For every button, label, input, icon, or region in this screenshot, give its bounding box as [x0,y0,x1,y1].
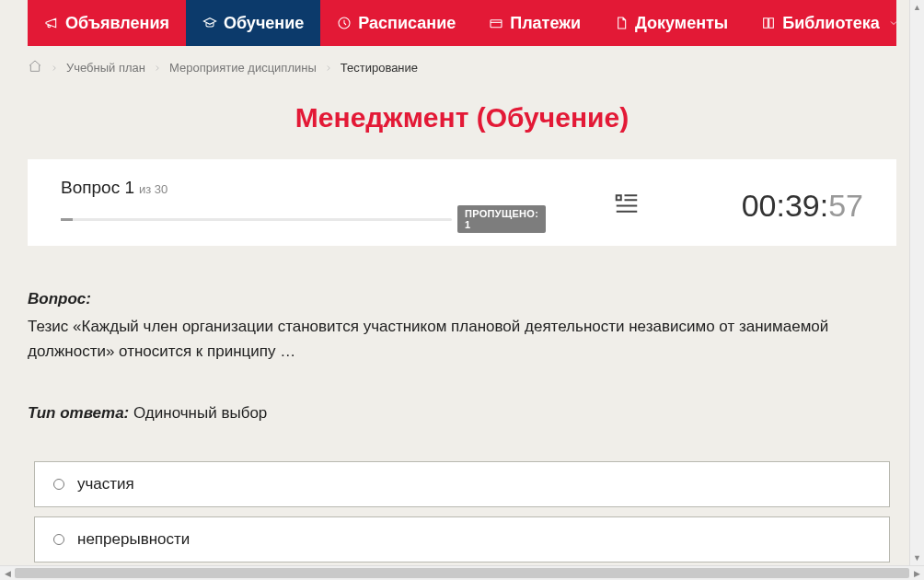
home-icon[interactable] [28,59,42,76]
question-label: Вопрос: [28,290,896,308]
answer-text: непрерывности [77,530,190,549]
nav-library[interactable]: Библиотека [745,0,916,46]
timer-seconds: 57 [828,188,863,224]
page-title: Менеджмент (Обучение) [28,102,896,133]
progress-bar [61,218,452,221]
nav-label: Библиотека [782,14,880,33]
answer-option[interactable]: непрерывности [34,516,890,563]
svg-rect-2 [617,195,621,200]
graduation-icon [202,16,217,30]
chevron-right-icon [50,64,59,73]
scroll-down-button[interactable]: ▼ [910,551,924,565]
nav-schedule[interactable]: Расписание [320,0,472,46]
scroll-left-button[interactable]: ◀ [0,566,15,581]
clock-icon [337,16,352,30]
answer-radio[interactable] [53,479,64,490]
answer-option[interactable]: участия [34,461,890,507]
nav-learning[interactable]: Обучение [186,0,320,46]
status-panel: Вопрос 1 из 30 ПРОПУЩЕНО: 1 00:39:57 [28,159,896,246]
question-text: Тезис «Каждый член организации становитс… [28,314,896,364]
nav-documents[interactable]: Документы [597,0,745,46]
question-list-button[interactable] [613,190,641,221]
timer-main: 00:39: [742,188,829,224]
chevron-right-icon [324,64,333,73]
megaphone-icon [44,16,59,30]
breadcrumb-testing: Тестирование [341,61,418,75]
book-icon [761,16,776,30]
progress-fill [61,218,73,221]
skipped-badge: ПРОПУЩЕНО: 1 [457,205,546,233]
horizontal-scrollbar[interactable]: ◀ ▶ [0,565,924,580]
answer-radio[interactable] [53,534,64,545]
answer-text: участия [77,475,134,493]
scroll-right-button[interactable]: ▶ [909,566,924,581]
chevron-right-icon [153,64,162,73]
chevron-down-icon [888,17,899,29]
nav-label: Документы [635,14,728,33]
nav-label: Обучение [224,14,304,33]
breadcrumb: Учебный план Мероприятие дисциплины Тест… [28,59,896,76]
payment-icon [489,16,503,30]
nav-announcements[interactable]: Объявления [28,0,186,46]
nav-label: Платежи [510,14,581,33]
answers-list: участия непрерывности [34,461,890,565]
svg-rect-1 [491,20,502,28]
nav-payments[interactable]: Платежи [472,0,597,46]
nav-label: Расписание [358,14,456,33]
breadcrumb-curriculum[interactable]: Учебный план [66,61,145,75]
document-icon [614,16,629,30]
scrollbar-thumb[interactable] [15,568,909,578]
answer-type-label: Тип ответа: [28,404,129,422]
main-nav: Объявления Обучение Расписание Платежи Д… [28,0,896,46]
answer-type-value: Одиночный выбор [129,404,267,422]
breadcrumb-discipline-event[interactable]: Мероприятие дисциплины [169,61,317,75]
timer: 00:39:57 [742,188,863,224]
nav-label: Объявления [65,14,169,33]
question-number: Вопрос 1 [61,178,134,198]
question-total: из 30 [139,182,167,196]
scrollbar-track[interactable] [15,566,909,580]
vertical-scrollbar[interactable]: ▲ ▼ [909,0,924,565]
scroll-up-button[interactable]: ▲ [910,0,924,15]
